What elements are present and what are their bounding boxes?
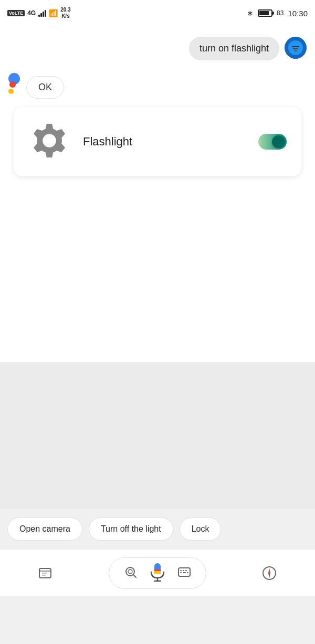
mic-svg — [149, 562, 166, 582]
svg-rect-23 — [183, 572, 186, 573]
assistant-row: OK — [8, 71, 307, 99]
svg-rect-4 — [294, 50, 297, 51]
status-left: VoLTE 4G 📶 20.3 K/s — [7, 7, 71, 19]
dot-yellow — [8, 89, 14, 94]
wifi-icon: 📶 — [49, 9, 58, 17]
status-right: ∗ 83 10:30 — [247, 8, 308, 18]
dot-red — [9, 81, 16, 88]
sticker-icon — [38, 565, 54, 581]
svg-line-12 — [133, 575, 136, 577]
compass-icon-button[interactable] — [256, 560, 282, 586]
volte-badge: VoLTE — [7, 10, 25, 16]
svg-rect-20 — [183, 570, 184, 571]
user-avatar — [285, 37, 307, 59]
status-bar: VoLTE 4G 📶 20.3 K/s ∗ 83 10:30 — [0, 0, 315, 26]
keyboard-icon — [177, 565, 191, 579]
microphone-button[interactable] — [149, 562, 166, 584]
suggestion-chip-1[interactable]: Turn off the light — [89, 518, 173, 541]
compass-icon — [261, 565, 277, 581]
assistant-ok-bubble: OK — [26, 76, 64, 99]
toggle-track — [258, 134, 287, 150]
lens-icon — [124, 565, 138, 579]
sticker-icon-button[interactable] — [33, 560, 59, 586]
gray-area — [0, 362, 315, 509]
svg-rect-15 — [154, 571, 161, 574]
lens-icon-button[interactable] — [124, 565, 138, 581]
battery-percent: 83 — [277, 9, 284, 17]
flashlight-toggle[interactable] — [258, 134, 287, 150]
battery-icon — [258, 9, 272, 17]
battery-container — [258, 9, 272, 17]
gear-icon — [28, 120, 70, 164]
svg-rect-24 — [187, 572, 188, 573]
avatar-svg — [285, 37, 307, 59]
user-message-bubble: turn on flashlight — [189, 37, 279, 60]
svg-rect-3 — [293, 48, 298, 49]
suggestion-chip-2[interactable]: Lock — [180, 518, 222, 541]
mic-input-bar[interactable] — [109, 557, 206, 589]
svg-point-11 — [128, 569, 132, 574]
svg-rect-2 — [292, 46, 299, 47]
svg-point-5 — [43, 134, 56, 147]
network-speed: 20.3 K/s — [60, 7, 70, 19]
flashlight-card: Flashlight — [14, 107, 301, 176]
keyboard-icon-button[interactable] — [177, 565, 191, 581]
gear-svg — [28, 120, 70, 162]
google-assistant-dots — [8, 71, 20, 94]
signal-4g: 4G — [27, 9, 36, 17]
battery-fill — [259, 11, 269, 15]
flashlight-label: Flashlight — [83, 135, 246, 149]
user-message-row: turn on flashlight — [8, 37, 307, 60]
suggestions-row: Open camera Turn off the light Lock — [0, 509, 315, 549]
signal-bars-icon — [38, 9, 46, 17]
svg-point-1 — [288, 40, 303, 55]
svg-rect-21 — [185, 570, 187, 571]
chat-area: turn on flashlight OK — [0, 26, 315, 362]
bottom-toolbar — [0, 549, 315, 596]
svg-rect-22 — [180, 572, 182, 573]
bluetooth-icon: ∗ — [247, 8, 254, 18]
clock: 10:30 — [288, 9, 308, 18]
toggle-thumb — [272, 135, 285, 148]
suggestion-chip-0[interactable]: Open camera — [7, 518, 82, 541]
svg-rect-19 — [180, 570, 182, 571]
avatar-image — [285, 37, 307, 59]
